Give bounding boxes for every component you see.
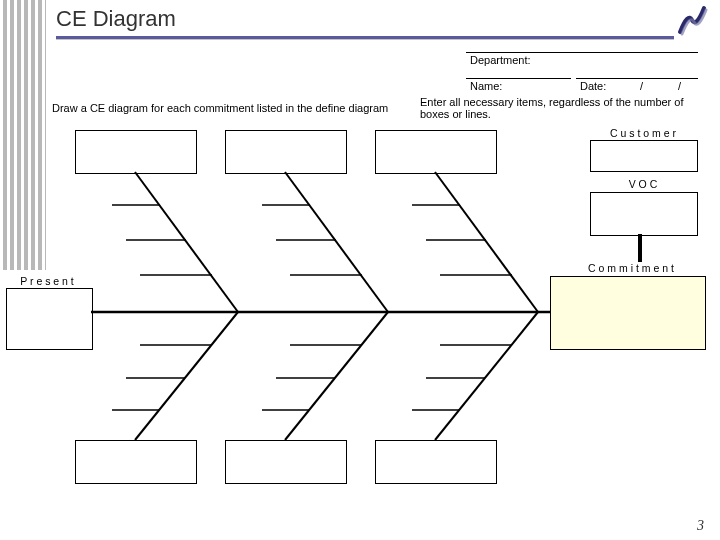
commitment-label: C o m m i t m e n t: [566, 262, 696, 274]
name-underline: [466, 78, 571, 79]
category-box-top-2: [225, 130, 347, 174]
voc-box: [590, 192, 698, 236]
logo: [674, 2, 710, 38]
date-underline: [576, 78, 698, 79]
customer-label: C u s t o m e r: [595, 127, 691, 139]
svg-line-6: [285, 312, 388, 440]
svg-line-2: [135, 172, 238, 312]
category-box-bottom-3: [375, 440, 497, 484]
category-box-bottom-2: [225, 440, 347, 484]
department-label: Department:: [470, 54, 531, 66]
department-underline: [466, 52, 698, 53]
date-separator-1: /: [640, 80, 643, 92]
customer-box: [590, 140, 698, 172]
name-label: Name:: [470, 80, 502, 92]
svg-line-4: [435, 172, 538, 312]
instruction-right: Enter all necessary items, regardless of…: [420, 96, 700, 120]
present-box: [6, 288, 93, 350]
svg-line-3: [285, 172, 388, 312]
category-box-bottom-1: [75, 440, 197, 484]
svg-line-5: [135, 312, 238, 440]
category-box-top-1: [75, 130, 197, 174]
voc-label: V O C: [595, 178, 691, 190]
present-label: P r e s e n t: [12, 275, 82, 287]
title-underline: [56, 36, 674, 39]
page-title: CE Diagram: [56, 6, 176, 32]
page-number: 3: [697, 518, 704, 534]
category-box-top-3: [375, 130, 497, 174]
svg-line-7: [435, 312, 538, 440]
instruction-left: Draw a CE diagram for each commitment li…: [52, 102, 412, 114]
commitment-box: [550, 276, 706, 350]
slide: CE Diagram Department: Name: Date: / / D…: [0, 0, 720, 540]
date-label: Date:: [580, 80, 606, 92]
decorative-stripes: [0, 0, 46, 270]
date-separator-2: /: [678, 80, 681, 92]
